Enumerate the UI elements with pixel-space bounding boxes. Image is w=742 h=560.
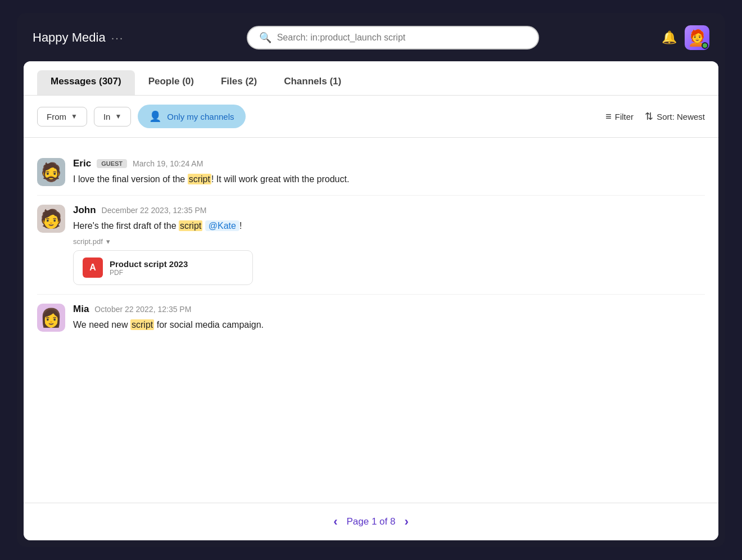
- message-author: Eric: [73, 158, 91, 169]
- header-left: Happy Media ···: [33, 30, 124, 45]
- in-chevron-down-icon: ▼: [115, 112, 121, 120]
- sort-label: Sort: Newest: [657, 112, 705, 121]
- message-text: We need new script for social media camp…: [73, 318, 705, 332]
- search-highlight: script: [130, 319, 154, 330]
- search-icon: 🔍: [259, 31, 272, 44]
- guest-badge: GUEST: [97, 159, 127, 168]
- filter-lines-icon: ≡: [605, 111, 612, 123]
- attachment-filetype: PDF: [110, 269, 188, 277]
- list-item: 🧑 John December 22 2023, 12:35 PM Here's…: [37, 196, 705, 295]
- message-text-after: for social media campaign.: [154, 320, 264, 329]
- message-timestamp: December 22 2023, 12:35 PM: [102, 206, 207, 215]
- message-author: Mia: [73, 304, 89, 315]
- message-text: I love the final version of the script! …: [73, 173, 705, 186]
- sort-icon: ⇅: [645, 110, 653, 123]
- search-highlight: script: [188, 174, 211, 184]
- attachment-filename: Product script 2023: [110, 259, 188, 269]
- message-header: John December 22 2023, 12:35 PM: [73, 205, 705, 216]
- list-item: 👩 Mia October 22 2022, 12:35 PM We need …: [37, 295, 705, 341]
- file-info: Product script 2023 PDF: [110, 259, 188, 277]
- sort-button[interactable]: ⇅ Sort: Newest: [645, 110, 705, 123]
- message-author: John: [73, 205, 96, 216]
- filters-bar: From ▼ In ▼ 👤 Only my channels ≡ Filter …: [24, 96, 718, 138]
- tab-files[interactable]: Files (2): [207, 70, 270, 95]
- app-container: Happy Media ··· 🔍 🔔 🧑‍🦰 Messages (307): [17, 13, 725, 547]
- from-filter-label: From: [47, 112, 66, 121]
- page-indicator: Page 1 of 8: [347, 516, 396, 527]
- mention-tag[interactable]: @Kate: [205, 220, 239, 231]
- my-channels-button[interactable]: 👤 Only my channels: [138, 105, 245, 128]
- app-title: Happy Media: [33, 30, 106, 45]
- pdf-icon: A: [83, 258, 103, 278]
- file-name-label: script.pdf: [73, 237, 103, 246]
- search-bar[interactable]: 🔍: [247, 26, 539, 49]
- next-page-button[interactable]: ›: [404, 514, 408, 529]
- filter-button[interactable]: ≡ Filter: [605, 111, 634, 123]
- pagination: ‹ Page 1 of 8 ›: [24, 503, 718, 540]
- online-indicator: [702, 42, 708, 49]
- in-filter-button[interactable]: In ▼: [94, 107, 131, 127]
- tab-channels[interactable]: Channels (1): [270, 70, 355, 95]
- bell-icon[interactable]: 🔔: [662, 30, 677, 45]
- search-highlight: script: [179, 220, 202, 231]
- search-input[interactable]: [277, 33, 527, 43]
- tabs-bar: Messages (307) People (0) Files (2) Chan…: [24, 61, 718, 96]
- file-attachment[interactable]: A Product script 2023 PDF: [73, 250, 253, 285]
- from-chevron-down-icon: ▼: [71, 112, 78, 120]
- message-text-before: Here's the first draft of the: [73, 221, 179, 231]
- header-right: 🔔 🧑‍🦰: [662, 25, 709, 50]
- message-body: Eric GUEST March 19, 10:24 AM I love the…: [73, 158, 705, 186]
- file-chevron-down-icon: ▾: [106, 237, 110, 246]
- person-icon: 👤: [149, 110, 161, 123]
- main-content: Messages (307) People (0) Files (2) Chan…: [24, 61, 718, 540]
- message-text-before: I love the final version of the: [73, 174, 188, 184]
- prev-page-button[interactable]: ‹: [333, 514, 337, 529]
- file-label[interactable]: script.pdf ▾: [73, 237, 705, 246]
- message-header: Mia October 22 2022, 12:35 PM: [73, 304, 705, 315]
- message-body: Mia October 22 2022, 12:35 PM We need ne…: [73, 304, 705, 332]
- tab-messages[interactable]: Messages (307): [37, 70, 135, 95]
- sort-filter-area: ≡ Filter ⇅ Sort: Newest: [605, 110, 705, 123]
- message-text: Here's the first draft of the script @Ka…: [73, 219, 705, 233]
- list-item: 🧔 Eric GUEST March 19, 10:24 AM I love t…: [37, 149, 705, 196]
- messages-list: 🧔 Eric GUEST March 19, 10:24 AM I love t…: [24, 138, 718, 503]
- message-header: Eric GUEST March 19, 10:24 AM: [73, 158, 705, 169]
- message-text-before: We need new: [73, 320, 130, 329]
- avatar: 🧔: [37, 158, 65, 186]
- message-timestamp: October 22 2022, 12:35 PM: [94, 305, 191, 314]
- message-text-after: ! It will work great with the product.: [211, 174, 349, 184]
- avatar: 👩: [37, 304, 65, 332]
- in-filter-label: In: [103, 112, 111, 121]
- message-timestamp: March 19, 10:24 AM: [133, 159, 203, 168]
- from-filter-button[interactable]: From ▼: [37, 107, 87, 127]
- tab-people[interactable]: People (0): [135, 70, 207, 95]
- avatar: 🧑: [37, 205, 65, 233]
- header: Happy Media ··· 🔍 🔔 🧑‍🦰: [24, 20, 718, 56]
- filter-label: Filter: [615, 112, 634, 121]
- message-body: John December 22 2023, 12:35 PM Here's t…: [73, 205, 705, 285]
- my-channels-label: Only my channels: [167, 112, 234, 121]
- more-options-dots[interactable]: ···: [111, 31, 124, 44]
- user-avatar-container[interactable]: 🧑‍🦰: [685, 25, 709, 50]
